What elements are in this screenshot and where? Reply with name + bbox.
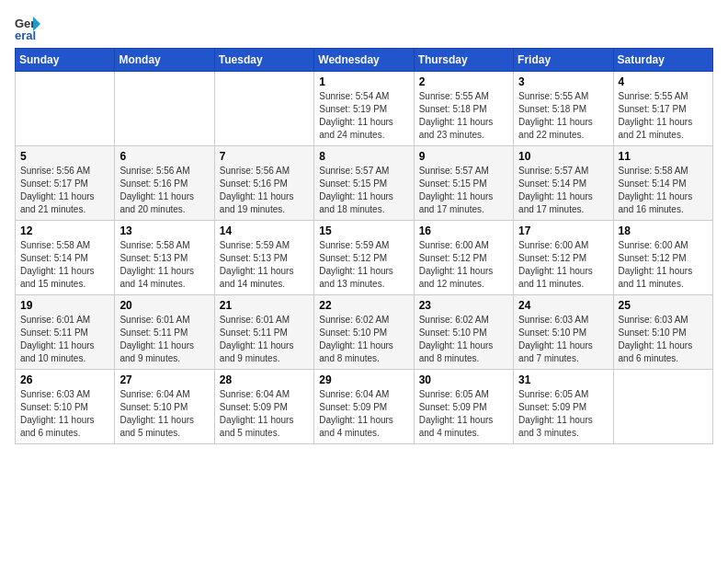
day-number: 18 (619, 224, 708, 237)
day-info: Sunrise: 6:00 AM Sunset: 5:12 PM Dayligh… (518, 239, 608, 291)
calendar-cell (115, 72, 214, 146)
day-info: Sunrise: 5:56 AM Sunset: 5:17 PM Dayligh… (20, 165, 109, 216)
day-info: Sunrise: 5:58 AM Sunset: 5:14 PM Dayligh… (20, 239, 109, 291)
day-info: Sunrise: 6:03 AM Sunset: 5:10 PM Dayligh… (518, 314, 608, 365)
day-info: Sunrise: 6:02 AM Sunset: 5:10 PM Dayligh… (319, 314, 408, 365)
calendar-cell: 8Sunrise: 5:57 AM Sunset: 5:15 PM Daylig… (314, 146, 414, 221)
day-number: 8 (319, 150, 408, 163)
day-info: Sunrise: 6:01 AM Sunset: 5:11 PM Dayligh… (220, 314, 309, 365)
weekday-header-monday: Monday (115, 49, 214, 72)
day-number: 12 (20, 224, 109, 237)
calendar-cell: 15Sunrise: 5:59 AM Sunset: 5:12 PM Dayli… (314, 221, 414, 295)
weekday-header-friday: Friday (514, 49, 613, 72)
calendar-cell: 10Sunrise: 5:57 AM Sunset: 5:14 PM Dayli… (514, 146, 613, 221)
calendar: SundayMondayTuesdayWednesdayThursdayFrid… (15, 48, 713, 444)
day-info: Sunrise: 5:55 AM Sunset: 5:18 PM Dayligh… (419, 90, 508, 142)
week-row-1: 1Sunrise: 5:54 AM Sunset: 5:19 PM Daylig… (16, 72, 713, 146)
day-info: Sunrise: 6:01 AM Sunset: 5:11 PM Dayligh… (119, 314, 209, 365)
calendar-cell: 6Sunrise: 5:56 AM Sunset: 5:16 PM Daylig… (115, 146, 214, 221)
day-number: 9 (419, 150, 508, 163)
calendar-cell: 22Sunrise: 6:02 AM Sunset: 5:10 PM Dayli… (314, 295, 414, 370)
day-number: 20 (119, 299, 209, 312)
logo: Gen eral (15, 15, 44, 40)
day-info: Sunrise: 6:04 AM Sunset: 5:09 PM Dayligh… (220, 388, 309, 440)
calendar-cell: 29Sunrise: 6:04 AM Sunset: 5:09 PM Dayli… (314, 370, 414, 444)
day-number: 15 (319, 224, 408, 237)
day-info: Sunrise: 5:58 AM Sunset: 5:14 PM Dayligh… (619, 165, 708, 216)
day-number: 10 (518, 150, 608, 163)
calendar-cell: 19Sunrise: 6:01 AM Sunset: 5:11 PM Dayli… (16, 295, 115, 370)
calendar-cell: 21Sunrise: 6:01 AM Sunset: 5:11 PM Dayli… (214, 295, 313, 370)
calendar-cell: 17Sunrise: 6:00 AM Sunset: 5:12 PM Dayli… (514, 221, 613, 295)
day-number: 4 (619, 75, 708, 88)
logo-icon: Gen eral (15, 15, 40, 40)
day-info: Sunrise: 6:04 AM Sunset: 5:10 PM Dayligh… (119, 388, 209, 440)
day-number: 2 (419, 75, 508, 88)
day-number: 21 (220, 299, 309, 312)
day-number: 25 (619, 299, 708, 312)
day-info: Sunrise: 6:00 AM Sunset: 5:12 PM Dayligh… (419, 239, 508, 291)
calendar-cell: 16Sunrise: 6:00 AM Sunset: 5:12 PM Dayli… (414, 221, 513, 295)
calendar-cell: 9Sunrise: 5:57 AM Sunset: 5:15 PM Daylig… (414, 146, 513, 221)
day-info: Sunrise: 5:56 AM Sunset: 5:16 PM Dayligh… (220, 165, 309, 216)
day-number: 23 (419, 299, 508, 312)
page-header: Gen eral (15, 15, 713, 40)
day-info: Sunrise: 5:57 AM Sunset: 5:15 PM Dayligh… (319, 165, 408, 216)
weekday-header-thursday: Thursday (414, 49, 513, 72)
day-info: Sunrise: 5:55 AM Sunset: 5:17 PM Dayligh… (619, 90, 708, 142)
day-info: Sunrise: 6:02 AM Sunset: 5:10 PM Dayligh… (419, 314, 508, 365)
day-info: Sunrise: 5:58 AM Sunset: 5:13 PM Dayligh… (119, 239, 209, 291)
day-number: 14 (220, 224, 309, 237)
day-number: 24 (518, 299, 608, 312)
day-number: 29 (319, 373, 408, 386)
calendar-cell: 18Sunrise: 6:00 AM Sunset: 5:12 PM Dayli… (613, 221, 712, 295)
calendar-cell: 31Sunrise: 6:05 AM Sunset: 5:09 PM Dayli… (514, 370, 613, 444)
calendar-cell: 27Sunrise: 6:04 AM Sunset: 5:10 PM Dayli… (115, 370, 214, 444)
calendar-cell: 24Sunrise: 6:03 AM Sunset: 5:10 PM Dayli… (514, 295, 613, 370)
day-info: Sunrise: 6:05 AM Sunset: 5:09 PM Dayligh… (419, 388, 508, 440)
day-info: Sunrise: 5:57 AM Sunset: 5:14 PM Dayligh… (518, 165, 608, 216)
day-number: 19 (20, 299, 109, 312)
day-info: Sunrise: 5:56 AM Sunset: 5:16 PM Dayligh… (119, 165, 209, 216)
weekday-header-tuesday: Tuesday (214, 49, 313, 72)
calendar-cell: 3Sunrise: 5:55 AM Sunset: 5:18 PM Daylig… (514, 72, 613, 146)
day-number: 1 (319, 75, 408, 88)
day-info: Sunrise: 5:59 AM Sunset: 5:12 PM Dayligh… (319, 239, 408, 291)
week-row-5: 26Sunrise: 6:03 AM Sunset: 5:10 PM Dayli… (16, 370, 713, 444)
calendar-cell: 7Sunrise: 5:56 AM Sunset: 5:16 PM Daylig… (214, 146, 313, 221)
calendar-cell: 11Sunrise: 5:58 AM Sunset: 5:14 PM Dayli… (613, 146, 712, 221)
calendar-cell: 25Sunrise: 6:03 AM Sunset: 5:10 PM Dayli… (613, 295, 712, 370)
day-number: 11 (619, 150, 708, 163)
calendar-cell: 12Sunrise: 5:58 AM Sunset: 5:14 PM Dayli… (16, 221, 115, 295)
calendar-cell (16, 72, 115, 146)
day-number: 17 (518, 224, 608, 237)
day-number: 7 (220, 150, 309, 163)
day-info: Sunrise: 6:03 AM Sunset: 5:10 PM Dayligh… (619, 314, 708, 365)
week-row-3: 12Sunrise: 5:58 AM Sunset: 5:14 PM Dayli… (16, 221, 713, 295)
day-number: 5 (20, 150, 109, 163)
calendar-cell: 1Sunrise: 5:54 AM Sunset: 5:19 PM Daylig… (314, 72, 414, 146)
calendar-cell: 13Sunrise: 5:58 AM Sunset: 5:13 PM Dayli… (115, 221, 214, 295)
day-info: Sunrise: 5:55 AM Sunset: 5:18 PM Dayligh… (518, 90, 608, 142)
day-info: Sunrise: 6:01 AM Sunset: 5:11 PM Dayligh… (20, 314, 109, 365)
calendar-cell: 28Sunrise: 6:04 AM Sunset: 5:09 PM Dayli… (214, 370, 313, 444)
day-number: 26 (20, 373, 109, 386)
day-number: 30 (419, 373, 508, 386)
day-number: 27 (119, 373, 209, 386)
day-number: 13 (119, 224, 209, 237)
day-info: Sunrise: 5:54 AM Sunset: 5:19 PM Dayligh… (319, 90, 408, 142)
calendar-cell: 5Sunrise: 5:56 AM Sunset: 5:17 PM Daylig… (16, 146, 115, 221)
weekday-header-wednesday: Wednesday (314, 49, 414, 72)
day-number: 22 (319, 299, 408, 312)
day-info: Sunrise: 5:57 AM Sunset: 5:15 PM Dayligh… (419, 165, 508, 216)
day-info: Sunrise: 5:59 AM Sunset: 5:13 PM Dayligh… (220, 239, 309, 291)
calendar-cell: 30Sunrise: 6:05 AM Sunset: 5:09 PM Dayli… (414, 370, 513, 444)
day-number: 16 (419, 224, 508, 237)
day-number: 28 (220, 373, 309, 386)
calendar-cell: 20Sunrise: 6:01 AM Sunset: 5:11 PM Dayli… (115, 295, 214, 370)
day-number: 6 (119, 150, 209, 163)
day-info: Sunrise: 6:03 AM Sunset: 5:10 PM Dayligh… (20, 388, 109, 440)
calendar-cell: 26Sunrise: 6:03 AM Sunset: 5:10 PM Dayli… (16, 370, 115, 444)
weekday-header-row: SundayMondayTuesdayWednesdayThursdayFrid… (16, 49, 713, 72)
day-number: 3 (518, 75, 608, 88)
